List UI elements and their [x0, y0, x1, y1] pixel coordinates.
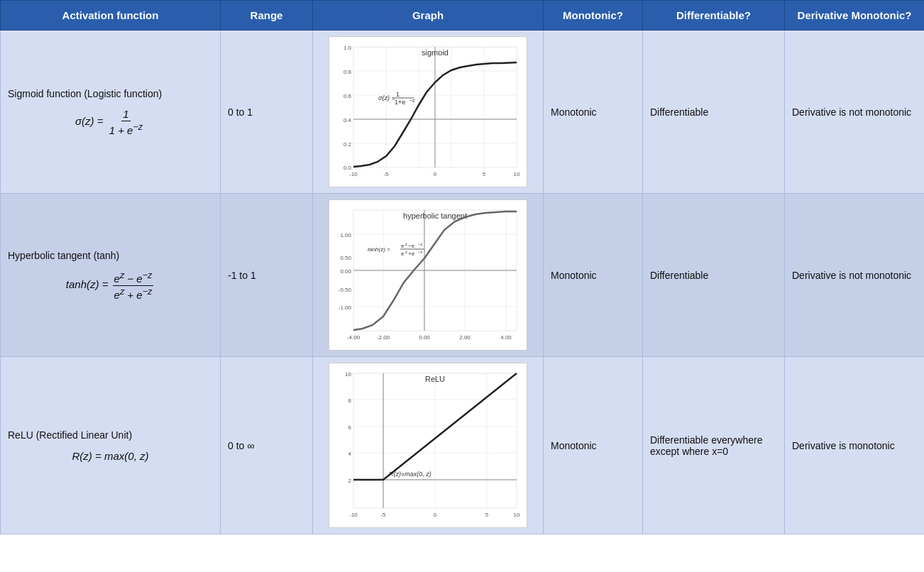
svg-text:-0.50: -0.50: [339, 287, 352, 293]
svg-text:-10: -10: [349, 171, 358, 177]
svg-text:hyperbolic tangent: hyperbolic tangent: [403, 211, 467, 220]
tanh-differentiable: Differentiable: [643, 194, 785, 357]
svg-text:5: 5: [483, 171, 486, 177]
relu-range: 0 to ∞: [221, 357, 313, 534]
svg-text:1.00: 1.00: [340, 232, 351, 238]
tanh-monotonic: Monotonic: [544, 194, 643, 357]
svg-text:0: 0: [434, 512, 437, 518]
svg-text:5: 5: [485, 512, 489, 518]
tanh-function-cell: Hyperbolic tangent (tanh) tanh(z) = ez −…: [1, 194, 221, 357]
svg-text:R(z)=max(0, z): R(z)=max(0, z): [389, 471, 431, 478]
svg-text:10: 10: [514, 171, 520, 177]
tanh-formula: tanh(z) = ez − e−z ez + e−z: [8, 270, 213, 301]
header-monotonic: Monotonic?: [544, 1, 643, 31]
sigmoid-graph-cell: sigmoid σ(z) = 1 1+e −z 1.0 0.8 0.6: [313, 31, 544, 194]
svg-text:σ(z) =: σ(z) =: [378, 94, 395, 101]
svg-text:10: 10: [514, 512, 520, 518]
svg-text:-5: -5: [380, 512, 386, 518]
table-row: Sigmoid function (Logistic function) σ(z…: [1, 31, 925, 194]
header-differentiable: Differentiable?: [643, 1, 785, 31]
svg-text:0.00: 0.00: [340, 268, 351, 275]
relu-graph: ReLU R(z)=max(0, z) 10 8 6 4 2 -10: [329, 363, 527, 528]
table-row: ReLU (Rectified Linear Unit) R(z) = max(…: [1, 357, 925, 534]
sigmoid-range: 0 to 1: [221, 31, 313, 194]
svg-text:0.6: 0.6: [343, 93, 352, 99]
relu-formula: R(z) = max(0, z): [8, 450, 213, 462]
svg-text:−z: −z: [418, 242, 423, 246]
sigmoid-graph: sigmoid σ(z) = 1 1+e −z 1.0 0.8 0.6: [329, 36, 527, 187]
svg-text:8: 8: [348, 397, 352, 404]
svg-text:+e: +e: [408, 251, 415, 257]
sigmoid-function-cell: Sigmoid function (Logistic function) σ(z…: [1, 31, 221, 194]
relu-deriv-monotonic: Derivative is monotonic: [785, 357, 925, 534]
relu-graph-cell: ReLU R(z)=max(0, z) 10 8 6 4 2 -10: [313, 357, 544, 534]
svg-text:ReLU: ReLU: [425, 375, 445, 383]
svg-text:10: 10: [345, 371, 351, 378]
svg-text:-2.00: -2.00: [377, 334, 390, 341]
tanh-name: Hyperbolic tangent (tanh): [8, 249, 213, 263]
sigmoid-deriv-monotonic: Derivative is not monotonic: [785, 31, 925, 194]
svg-text:0.2: 0.2: [343, 141, 352, 148]
svg-text:e: e: [401, 251, 405, 257]
svg-text:2: 2: [348, 478, 352, 484]
svg-text:2.00: 2.00: [459, 334, 471, 341]
svg-text:-4.00: -4.00: [347, 334, 361, 341]
header-activation-function: Activation function: [1, 1, 221, 31]
svg-text:tanh(z) =: tanh(z) =: [368, 246, 390, 253]
svg-text:6: 6: [348, 424, 352, 431]
sigmoid-name: Sigmoid function (Logistic function): [8, 87, 213, 101]
svg-text:0: 0: [434, 171, 437, 177]
svg-text:4: 4: [348, 451, 352, 457]
relu-function-cell: ReLU (Rectified Linear Unit) R(z) = max(…: [1, 357, 221, 534]
svg-text:z: z: [405, 250, 407, 254]
tanh-graph-cell: hyperbolic tangent tanh(z) = e z −e −z e…: [313, 194, 544, 357]
svg-text:−z: −z: [418, 250, 423, 254]
sigmoid-differentiable: Differentiable: [643, 31, 785, 194]
header-derivative-monotonic: Derivative Monotonic?: [785, 1, 925, 31]
svg-text:1+e: 1+e: [395, 99, 405, 106]
svg-text:1: 1: [396, 91, 400, 98]
header-range: Range: [221, 1, 313, 31]
svg-text:0.00: 0.00: [419, 334, 430, 341]
tanh-range: -1 to 1: [221, 194, 313, 357]
svg-text:e: e: [401, 243, 405, 249]
relu-name: ReLU (Rectified Linear Unit): [8, 429, 213, 443]
svg-text:sigmoid: sigmoid: [422, 48, 449, 57]
svg-text:−z: −z: [409, 98, 415, 103]
svg-text:-10: -10: [349, 512, 358, 518]
tanh-deriv-monotonic: Derivative is not monotonic: [785, 194, 925, 357]
sigmoid-monotonic: Monotonic: [544, 31, 643, 194]
svg-text:4.00: 4.00: [500, 334, 512, 341]
header-graph: Graph: [313, 1, 544, 31]
table-row: Hyperbolic tangent (tanh) tanh(z) = ez −…: [1, 194, 925, 357]
svg-text:z: z: [405, 242, 407, 246]
tanh-graph: hyperbolic tangent tanh(z) = e z −e −z e…: [329, 199, 527, 351]
relu-differentiable: Differentiable everywhere except where x…: [643, 357, 785, 534]
svg-text:0.4: 0.4: [343, 117, 352, 123]
svg-text:0.0: 0.0: [343, 165, 352, 171]
svg-text:0.8: 0.8: [343, 69, 352, 75]
relu-monotonic: Monotonic: [544, 357, 643, 534]
svg-text:0.50: 0.50: [340, 255, 351, 261]
sigmoid-formula: σ(z) = 1 1 + e−z: [8, 108, 213, 136]
svg-text:1.0: 1.0: [343, 45, 352, 51]
svg-text:−e: −e: [408, 243, 415, 249]
svg-text:-1.00: -1.00: [339, 304, 352, 311]
svg-text:-5: -5: [383, 171, 389, 177]
